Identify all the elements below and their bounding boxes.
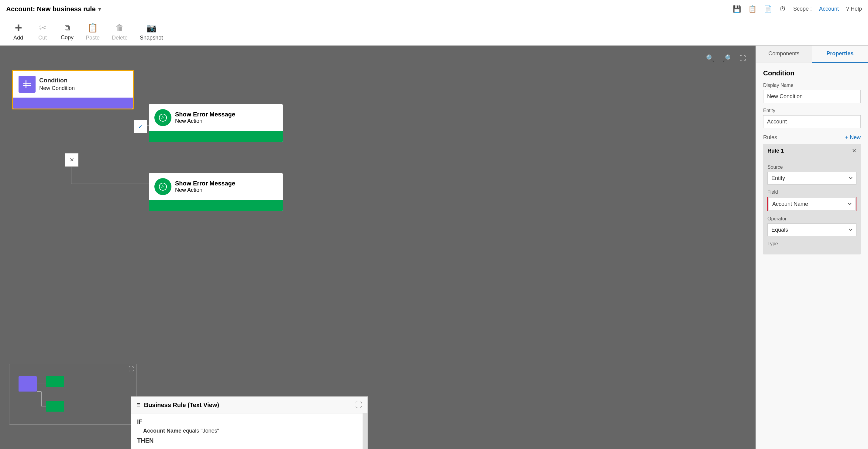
- br-if-label: IF: [137, 418, 361, 425]
- paste-button[interactable]: 📋 Paste: [80, 20, 106, 43]
- condition-icon: [19, 76, 36, 93]
- delete-button[interactable]: 🗑 Delete: [106, 20, 134, 43]
- condition-node[interactable]: Condition New Condition: [12, 70, 134, 110]
- svg-text:⚠: ⚠: [161, 184, 165, 189]
- source-label: Source: [767, 164, 857, 170]
- action-node-bottom[interactable]: ⚠ Show Error Message New Action: [149, 173, 283, 211]
- scope-label: Scope :: [793, 6, 812, 12]
- display-name-input[interactable]: [763, 90, 861, 103]
- rule-inner: Source Entity Field Account Name Operato…: [767, 157, 857, 251]
- copy-label: Copy: [61, 34, 73, 41]
- cut-label: Cut: [38, 35, 47, 41]
- rule-title: Rule 1: [767, 148, 784, 154]
- condition-node-title: Condition New Condition: [39, 76, 75, 92]
- add-label: Add: [13, 35, 23, 41]
- timer-icon[interactable]: ⏱: [779, 5, 786, 13]
- delete-icon: 🗑: [116, 23, 124, 33]
- entity-label: Entity: [763, 108, 861, 113]
- field-highlighted-wrapper: Account Name: [767, 197, 857, 211]
- action-node-top[interactable]: ⚠ Show Error Message New Action: [149, 104, 283, 142]
- br-icon: ≡: [136, 401, 141, 409]
- connector-check-button[interactable]: ✓: [134, 120, 147, 133]
- br-panel-title: Business Rule (Text View): [144, 401, 219, 409]
- zoom-out-button[interactable]: 🔍: [703, 52, 717, 65]
- copy-icon: ⧉: [64, 23, 70, 32]
- fit-screen-button[interactable]: ⛶: [736, 52, 749, 65]
- paste-icon: 📋: [88, 23, 98, 33]
- action-top-label2: New Action: [175, 118, 235, 124]
- page-title: Account: New business rule: [6, 5, 96, 13]
- title-bar-right: 💾 📋 📄 ⏱ Scope : Account ? Help: [733, 5, 862, 13]
- action-bottom-label2: New Action: [175, 187, 235, 193]
- right-panel: Components Properties Condition Display …: [755, 46, 868, 449]
- action-top-footer: [149, 131, 283, 142]
- snapshot-icon: 📷: [146, 23, 157, 33]
- entity-input[interactable]: [763, 115, 861, 128]
- operator-label: Operator: [767, 216, 857, 221]
- tab-components[interactable]: Components: [756, 46, 812, 63]
- source-select[interactable]: Entity: [767, 172, 857, 184]
- action-bottom-icon: ⚠: [154, 178, 172, 195]
- snapshot-label: Snapshot: [140, 35, 163, 41]
- toolbar: ✚ Add ✂ Cut ⧉ Copy 📋 Paste 🗑 Delete 📷 Sn…: [0, 18, 868, 46]
- tab-properties[interactable]: Properties: [812, 46, 868, 63]
- help-link[interactable]: ? Help: [846, 6, 862, 12]
- rules-label: Rules: [763, 134, 777, 141]
- rule-close-button[interactable]: ✕: [852, 147, 857, 154]
- export-icon[interactable]: 📄: [764, 5, 772, 13]
- action-top-icon: ⚠: [154, 109, 172, 126]
- action-bottom-title: Show Error Message New Action: [175, 180, 235, 193]
- br-panel-header: ≡ Business Rule (Text View) ⛶: [131, 397, 367, 413]
- condition-label2: New Condition: [39, 85, 75, 92]
- display-name-label: Display Name: [763, 83, 861, 88]
- rule-card: Rule 1 ✕ Source Entity Field Account Nam…: [763, 144, 861, 255]
- cut-icon: ✂: [39, 23, 46, 33]
- rules-header: Rules + New: [763, 134, 861, 141]
- condition-node-footer: [13, 97, 133, 109]
- delete-branch-button[interactable]: ✕: [65, 153, 79, 167]
- operator-select[interactable]: Equals: [767, 223, 857, 236]
- snapshot-button[interactable]: 📷 Snapshot: [134, 20, 169, 43]
- panel-content: Condition Display Name Entity Rules + Ne…: [756, 63, 868, 449]
- action-bottom-header: ⚠ Show Error Message New Action: [149, 173, 283, 200]
- rule-card-header: Rule 1 ✕: [767, 147, 857, 154]
- delete-label: Delete: [112, 35, 128, 41]
- title-dropdown-icon[interactable]: ▾: [98, 6, 101, 12]
- business-rule-panel: ≡ Business Rule (Text View) ⛶ IF Account…: [131, 396, 368, 449]
- type-label: Type: [767, 241, 857, 246]
- br-then-label: THEN: [137, 437, 361, 444]
- scope-value[interactable]: Account: [819, 6, 839, 12]
- action-bottom-footer: [149, 200, 283, 211]
- svg-rect-5: [26, 80, 26, 88]
- action-top-title: Show Error Message New Action: [175, 111, 235, 124]
- action-top-label1: Show Error Message: [175, 111, 235, 118]
- svg-rect-4: [23, 85, 31, 86]
- br-expand-icon[interactable]: ⛶: [355, 401, 362, 409]
- checklist-icon[interactable]: 📋: [748, 5, 756, 13]
- br-rule-text: Account Name equals "Jones": [143, 428, 361, 434]
- panel-tabs: Components Properties: [756, 46, 868, 63]
- condition-node-header: Condition New Condition: [13, 71, 133, 97]
- field-select[interactable]: Account Name: [769, 198, 855, 210]
- svg-text:⚠: ⚠: [161, 115, 165, 120]
- rules-new-button[interactable]: + New: [845, 134, 861, 141]
- title-bar: Account: New business rule ▾ 💾 📋 📄 ⏱ Sco…: [0, 0, 868, 18]
- minimap: ⛶: [9, 364, 137, 425]
- br-bold-field: Account Name: [143, 428, 181, 434]
- field-label: Field: [767, 189, 857, 195]
- copy-button[interactable]: ⧉ Copy: [55, 21, 80, 43]
- condition-label1: Condition: [39, 76, 75, 85]
- canvas-controls: 🔍 🔎 ⛶: [703, 52, 749, 65]
- add-icon: ✚: [15, 23, 22, 33]
- br-panel-body: IF Account Name equals "Jones" THEN: [131, 413, 367, 449]
- action-bottom-label1: Show Error Message: [175, 180, 235, 187]
- cut-button[interactable]: ✂ Cut: [30, 20, 55, 43]
- action-top-header: ⚠ Show Error Message New Action: [149, 104, 283, 131]
- add-button[interactable]: ✚ Add: [6, 20, 30, 43]
- br-panel-title-area: ≡ Business Rule (Text View): [136, 401, 219, 409]
- title-bar-left: Account: New business rule ▾: [6, 5, 101, 13]
- br-scroll[interactable]: [363, 413, 367, 449]
- canvas-area[interactable]: 🔍 🔎 ⛶ C: [0, 46, 755, 449]
- save-icon[interactable]: 💾: [733, 5, 741, 13]
- zoom-in-button[interactable]: 🔎: [720, 52, 733, 65]
